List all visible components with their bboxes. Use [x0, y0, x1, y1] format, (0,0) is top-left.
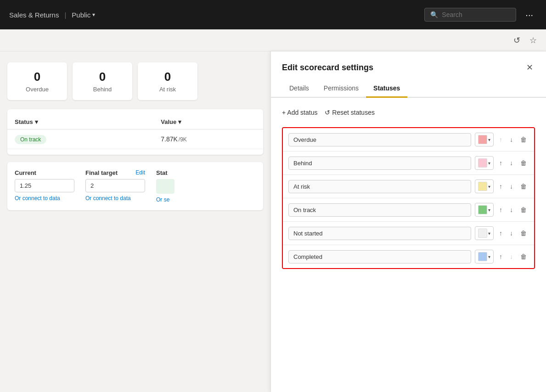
delete-notstarted[interactable]: 🗑: [518, 228, 529, 239]
color-swatch-overdue: [478, 135, 487, 144]
connect-data-link-2[interactable]: Or connect to data: [85, 195, 145, 202]
color-swatch-behind: [478, 158, 487, 168]
status-dropdown-icon: ▾: [35, 118, 38, 125]
table-area: Status ▾ Value ▾ On track 7.87K /9K: [7, 109, 263, 155]
atrisk-label: At risk: [149, 86, 186, 93]
bottom-fields: Current Or connect to data Final target …: [15, 169, 256, 203]
status-name-input-behind[interactable]: [288, 157, 471, 170]
main-area: 0 Overdue 0 Behind 0 At risk Status ▾: [0, 51, 546, 392]
status-column-header[interactable]: Status ▾: [15, 118, 157, 125]
move-up-completed[interactable]: ↑: [497, 252, 504, 262]
move-up-behind[interactable]: ↑: [497, 158, 504, 168]
sub-nav: ↺ ☆: [0, 29, 546, 51]
top-nav: Sales & Returns | Public ▾ 🔍 ···: [0, 0, 546, 29]
current-label: Current: [15, 169, 74, 176]
status-name-input-notstarted[interactable]: [288, 227, 471, 240]
value-column-header[interactable]: Value ▾: [161, 118, 256, 125]
row-value-unit: /9K: [179, 136, 187, 143]
left-panel: 0 Overdue 0 Behind 0 At risk Status ▾: [0, 51, 270, 392]
row-value-cell: 7.87K /9K: [161, 135, 256, 143]
row-value: 7.87K: [161, 135, 178, 143]
color-swatch-completed: [478, 252, 487, 261]
status-field-group: Stat Or se: [156, 169, 174, 203]
color-picker-atrisk[interactable]: ▾: [475, 179, 494, 193]
color-chevron-ontrack: ▾: [488, 207, 490, 213]
color-chevron-overdue: ▾: [488, 137, 490, 142]
tab-details[interactable]: Details: [282, 80, 316, 98]
status-item-behind: ▾ ↑ ↓ 🗑: [283, 151, 534, 175]
add-status-button[interactable]: + Add status: [282, 107, 317, 118]
behind-label: Behind: [84, 86, 121, 93]
move-up-overdue[interactable]: ↑: [497, 134, 504, 145]
table-header: Status ▾ Value ▾: [7, 115, 263, 129]
move-up-notstarted[interactable]: ↑: [497, 228, 504, 238]
delete-ontrack[interactable]: 🗑: [518, 204, 529, 215]
edit-link[interactable]: Edit: [135, 169, 145, 176]
move-down-atrisk[interactable]: ↓: [508, 181, 515, 191]
final-target-input[interactable]: [85, 179, 145, 192]
status-name-input-overdue[interactable]: [288, 133, 471, 146]
close-panel-button[interactable]: ✕: [524, 61, 535, 74]
final-target-field-group: Final target Edit Or connect to data: [85, 169, 145, 203]
delete-atrisk[interactable]: 🗑: [518, 181, 529, 192]
status-col-label: Stat: [156, 169, 174, 176]
status-name-input-completed[interactable]: [288, 250, 471, 263]
current-input[interactable]: [15, 179, 74, 192]
color-picker-notstarted[interactable]: ▾: [475, 226, 494, 240]
move-down-completed[interactable]: ↓: [508, 252, 515, 262]
move-down-behind[interactable]: ↓: [508, 158, 515, 168]
move-up-ontrack[interactable]: ↑: [497, 205, 504, 215]
delete-overdue[interactable]: 🗑: [518, 134, 529, 145]
atrisk-value: 0: [149, 70, 186, 84]
move-down-overdue[interactable]: ↓: [508, 134, 515, 145]
search-input[interactable]: [442, 11, 510, 18]
title-separator: |: [64, 11, 66, 19]
move-down-notstarted[interactable]: ↓: [508, 228, 515, 238]
color-picker-completed[interactable]: ▾: [475, 250, 494, 263]
nav-title-area: Sales & Returns | Public ▾: [9, 11, 95, 19]
tab-permissions[interactable]: Permissions: [316, 80, 366, 98]
favorite-button[interactable]: ☆: [528, 34, 539, 47]
status-badge[interactable]: On track: [15, 135, 46, 144]
visibility-label: Public: [72, 11, 90, 19]
overdue-value: 0: [18, 70, 56, 84]
visibility-dropdown[interactable]: Public ▾: [72, 11, 95, 19]
color-picker-ontrack[interactable]: ▾: [475, 203, 494, 217]
row-status-cell: On track: [15, 135, 157, 143]
move-down-ontrack[interactable]: ↓: [508, 205, 515, 215]
final-target-label: Final target: [85, 169, 118, 176]
refresh-button[interactable]: ↺: [512, 34, 522, 47]
panel-actions: + Add status ↺ Reset statuses: [282, 107, 535, 118]
status-item-atrisk: ▾ ↑ ↓ 🗑: [283, 175, 534, 198]
overdue-label: Overdue: [18, 86, 56, 93]
metric-cards: 0 Overdue 0 Behind 0 At risk: [7, 62, 263, 100]
move-up-atrisk[interactable]: ↑: [497, 181, 504, 191]
status-name-input-ontrack[interactable]: [288, 203, 471, 217]
behind-card: 0 Behind: [73, 62, 132, 100]
delete-behind[interactable]: 🗑: [518, 157, 529, 168]
status-item-ontrack: ▾ ↑ ↓ 🗑: [283, 198, 534, 222]
visibility-chevron: ▾: [92, 11, 95, 18]
status-name-input-atrisk[interactable]: [288, 180, 471, 193]
color-picker-behind[interactable]: ▾: [475, 156, 494, 170]
connect-data-link-1[interactable]: Or connect to data: [15, 195, 74, 202]
color-swatch-notstarted: [478, 229, 487, 238]
panel-header: Edit scorecard settings ✕: [271, 51, 546, 74]
search-icon: 🔍: [430, 11, 438, 18]
status-item-completed: ▾ ↑ ↓ 🗑: [283, 245, 534, 268]
bottom-info: Current Or connect to data Final target …: [7, 162, 263, 210]
more-options-button[interactable]: ···: [522, 8, 537, 22]
color-chevron-atrisk: ▾: [488, 184, 490, 189]
atrisk-card: 0 At risk: [138, 62, 197, 100]
value-dropdown-icon: ▾: [178, 118, 181, 125]
color-picker-overdue[interactable]: ▾: [475, 133, 494, 146]
delete-completed[interactable]: 🗑: [518, 251, 529, 262]
right-panel: Edit scorecard settings ✕ Details Permis…: [270, 51, 546, 392]
color-chevron-notstarted: ▾: [488, 231, 490, 236]
or-se-link[interactable]: Or se: [156, 196, 174, 203]
reset-statuses-button[interactable]: ↺ Reset statuses: [325, 107, 375, 118]
behind-value: 0: [84, 70, 121, 84]
tab-statuses[interactable]: Statuses: [366, 80, 407, 98]
status-list: ▾ ↑ ↓ 🗑 ▾ ↑ ↓ 🗑: [282, 127, 535, 269]
search-box[interactable]: 🔍: [424, 8, 516, 22]
